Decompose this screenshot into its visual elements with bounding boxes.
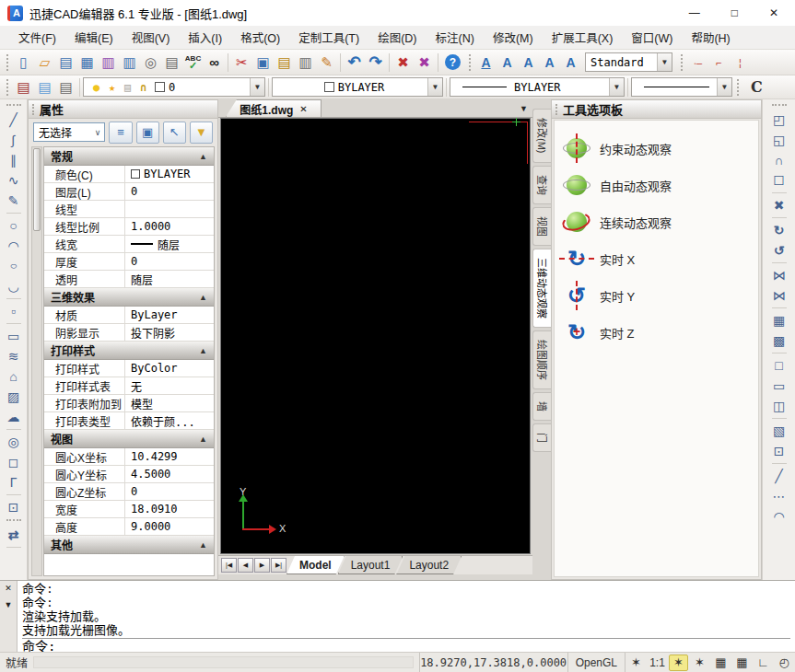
palette-item-realtime-x[interactable]: ↻ 实时 X <box>562 240 751 277</box>
save-as-acis-icon[interactable]: ▦ <box>76 52 98 73</box>
layer-combo[interactable]: ● ★ ▤ ∩ 0 ▼ <box>83 77 265 97</box>
purge-icon[interactable]: ✖ <box>414 52 435 73</box>
add-selection-button[interactable]: ▣ <box>136 122 159 144</box>
redo-icon[interactable]: ↷ <box>365 52 386 73</box>
fillet-icon[interactable]: ◠ <box>769 506 789 527</box>
double-line-icon[interactable]: ∥ <box>4 150 24 170</box>
chevron-down-icon[interactable]: ▼ <box>609 78 624 96</box>
single-line-text-icon[interactable]: A <box>497 52 518 73</box>
close-button[interactable]: ✕ <box>769 6 778 19</box>
lift-icon[interactable]: ∩ <box>769 150 789 170</box>
property-row[interactable]: 线型 <box>44 201 214 218</box>
open-file-icon[interactable]: ▱ <box>34 52 55 73</box>
measure-point-icon[interactable]: ¦ <box>730 52 751 73</box>
menu-edit[interactable]: 编辑(E) <box>67 26 121 49</box>
revision-cloud-icon[interactable]: ☁ <box>4 407 24 427</box>
offset-icon[interactable]: □ <box>769 355 789 376</box>
menu-express-tools[interactable]: 扩展工具(X) <box>544 26 621 49</box>
palette-tab-draw-order[interactable]: 绘图顺序 <box>532 330 551 389</box>
palette-item-free-orbit[interactable]: 自由动态观察 <box>562 167 751 203</box>
property-value[interactable]: 随层 <box>125 271 214 287</box>
toolbar-grip[interactable] <box>772 104 787 106</box>
document-tab[interactable]: 图纸1.dwg ✕ <box>226 99 322 117</box>
print-preview-icon[interactable]: ◎ <box>140 52 161 73</box>
menu-custom-tools[interactable]: 定制工具(T) <box>291 26 367 49</box>
property-value[interactable]: 9.0000 <box>125 518 214 535</box>
page-print-icon[interactable]: ▤ <box>161 52 182 73</box>
menu-file[interactable]: 文件(F) <box>11 26 64 49</box>
measure-icon[interactable]: ⋯ <box>769 486 789 506</box>
polygon-icon[interactable]: ⌂ <box>4 366 24 387</box>
help-icon[interactable]: ? <box>445 54 461 70</box>
command-collapse-icon[interactable]: ▼ <box>5 600 13 609</box>
arc-tool-icon[interactable]: C <box>751 78 763 96</box>
save-icon[interactable]: ▤ <box>55 52 76 73</box>
section-header-3d-effects[interactable]: 三维效果 ▲ <box>44 288 214 307</box>
palette-tab-wall[interactable]: 墙 <box>532 392 551 421</box>
hatch-icon[interactable]: ▨ <box>4 387 24 407</box>
property-value[interactable]: 模型 <box>125 395 214 411</box>
edit-text-icon[interactable]: A <box>539 52 560 73</box>
layer-freeze-sun-icon[interactable]: ★ <box>104 81 120 94</box>
polar-tracking-icon[interactable]: ◴ <box>775 655 794 671</box>
arc-icon[interactable]: ◠ <box>4 236 24 256</box>
donut-icon[interactable]: ◎ <box>4 432 24 452</box>
property-row[interactable]: 打印样式 ByColor <box>44 360 214 377</box>
property-value[interactable]: 1.0000 <box>125 218 214 235</box>
property-row[interactable]: 打印样式表 无 <box>44 377 214 395</box>
selection-combo[interactable]: 无选择 ∨ <box>33 122 105 142</box>
point-icon[interactable]: ▫ <box>4 301 24 321</box>
lineweight-combo[interactable]: ▼ <box>631 77 732 97</box>
color-combo[interactable]: BYLAYER ▼ <box>272 77 443 97</box>
menu-format[interactable]: 格式(O) <box>233 26 287 49</box>
property-value[interactable]: 10.4299 <box>125 448 214 465</box>
scale-badge[interactable]: 1:1 <box>648 655 667 671</box>
tab-layout1[interactable]: Layout1 <box>338 556 403 574</box>
property-value[interactable]: 0 <box>125 483 214 500</box>
ellipse-arc-icon[interactable]: ◡ <box>4 276 24 296</box>
property-row[interactable]: 厚度 0 <box>44 253 214 271</box>
tab-model[interactable]: Model <box>286 556 345 574</box>
text-style-icon[interactable]: A <box>475 52 497 73</box>
menu-window[interactable]: 窗口(W) <box>624 26 680 49</box>
menu-dimension[interactable]: 标注(N) <box>428 26 482 49</box>
property-value[interactable]: 0 <box>125 183 214 200</box>
mirror-3d-icon[interactable]: ⋈ <box>769 285 789 306</box>
text-style-combo[interactable]: Standard ▼ <box>585 52 672 72</box>
stretch-icon[interactable]: ◫ <box>769 396 789 416</box>
property-row[interactable]: 材质 ByLayer <box>44 307 214 324</box>
helix-icon[interactable]: ≋ <box>4 346 24 366</box>
path-array-icon[interactable]: ▩ <box>769 330 789 351</box>
previous-layout-button[interactable]: ◀ <box>238 558 253 573</box>
palette-item-continuous-orbit[interactable]: 连续动态观察 <box>562 203 751 240</box>
property-row[interactable]: 线宽 随层 <box>44 236 214 253</box>
property-value[interactable]: 投下阴影 <box>125 324 214 341</box>
toolbar-grip[interactable] <box>469 54 471 71</box>
copy-icon[interactable]: ▣ <box>252 52 274 73</box>
first-layout-button[interactable]: |◀ <box>221 558 237 573</box>
menu-view[interactable]: 视图(V) <box>124 26 178 49</box>
window-select-icon[interactable]: ☐ <box>769 170 789 191</box>
panel-grip[interactable] <box>32 104 34 115</box>
chevron-down-icon[interactable]: ∨ <box>95 128 105 137</box>
tab-layout2[interactable]: Layout2 <box>396 556 462 574</box>
collapse-icon[interactable]: ▲ <box>199 293 207 302</box>
property-value[interactable]: 18.0910 <box>125 501 214 517</box>
autosnap-marker-icon[interactable]: ✶ <box>626 655 646 671</box>
print-icon[interactable]: ▥ <box>119 52 140 73</box>
circle-icon[interactable]: ○ <box>4 215 24 236</box>
rectangle-green-icon[interactable]: ▭ <box>769 376 789 396</box>
property-row[interactable]: 颜色(C) BYLAYER <box>44 166 214 183</box>
minimize-button[interactable]: — <box>689 6 700 19</box>
chevron-down-icon[interactable]: ▼ <box>717 78 731 96</box>
regen-icon[interactable]: ⇄ <box>4 525 24 545</box>
tool-palette-title[interactable]: 工具选项板 <box>552 100 761 119</box>
quick-select-button[interactable]: ↖ <box>163 122 186 144</box>
scrollbar-thumb[interactable] <box>33 148 41 231</box>
line-icon[interactable]: ╱ <box>4 110 24 130</box>
array-icon[interactable]: ▦ <box>769 310 789 330</box>
layer-lock-icon[interactable]: ∩ <box>135 81 151 94</box>
palette-tab-inquiry[interactable]: 查询 <box>532 166 551 204</box>
property-value[interactable]: 随层 <box>125 236 214 252</box>
coordinates-display[interactable]: 18.9270,17.3818,0.0000 <box>419 653 568 672</box>
